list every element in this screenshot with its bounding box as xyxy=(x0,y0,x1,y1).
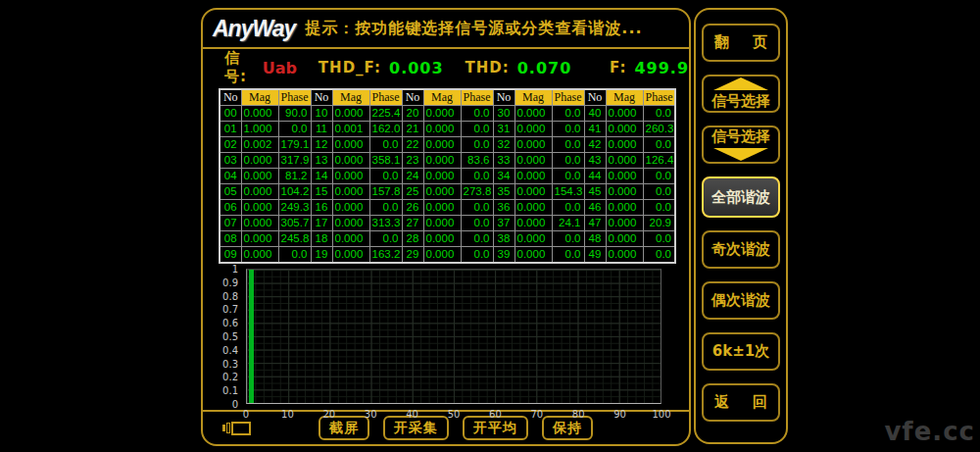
mag-value: 0.000 xyxy=(606,122,643,137)
battery-icon xyxy=(222,422,251,435)
column-header: No xyxy=(402,89,423,106)
mag-value: 0.000 xyxy=(514,137,552,153)
column-header: Mag xyxy=(514,89,552,106)
mag-value: 0.000 xyxy=(514,153,552,169)
signal-select-down-button[interactable]: 信号选择 xyxy=(702,126,780,164)
mag-value: 0.000 xyxy=(606,216,643,231)
mag-value: 0.000 xyxy=(332,169,369,184)
phase-value: 179.1 xyxy=(278,137,311,153)
harmonic-no: 29 xyxy=(402,247,423,264)
x-tick-label: 50 xyxy=(448,409,461,420)
phase-value: 0.0 xyxy=(461,122,493,137)
harmonic-bar xyxy=(249,270,254,403)
y-tick-label: 1 xyxy=(232,264,238,275)
mag-value: 0.000 xyxy=(423,184,461,200)
harmonics-chart: 10.90.80.70.60.50.40.30.20.10 0102030405… xyxy=(203,264,689,410)
signal-value: Uab xyxy=(263,59,297,77)
harmonic-no: 14 xyxy=(311,169,332,184)
harmonic-no: 03 xyxy=(220,153,241,169)
harmonic-no: 44 xyxy=(584,169,606,184)
sidebar-button-label: 信号选择 xyxy=(711,128,770,145)
phase-value: 0.0 xyxy=(643,184,675,200)
thdf-value: 0.003 xyxy=(389,59,444,77)
mag-value: 0.000 xyxy=(332,216,369,231)
page-turn-button[interactable]: 翻页 xyxy=(702,24,780,62)
harmonic-no: 24 xyxy=(402,169,423,184)
phase-value: 20.9 xyxy=(643,216,675,231)
harmonic-no: 31 xyxy=(493,122,514,137)
sidebar-button-label: 偶次谐波 xyxy=(711,292,770,309)
sidebar-button-label: 6k±1次 xyxy=(712,343,769,360)
phase-value: 0.0 xyxy=(643,169,675,184)
harmonic-no: 22 xyxy=(402,137,423,153)
mag-value: 0.000 xyxy=(423,200,461,216)
phase-value: 0.0 xyxy=(461,106,493,122)
signal-select-up-button[interactable]: 信号选择 xyxy=(702,75,780,113)
phase-value: 90.0 xyxy=(278,106,311,122)
harmonic-no: 36 xyxy=(493,200,514,216)
6k-plus-minus-1-button[interactable]: 6k±1次 xyxy=(702,332,780,371)
mag-value: 0.000 xyxy=(332,137,369,153)
mag-value: 0.000 xyxy=(423,231,461,247)
even-harmonics-button[interactable]: 偶次谐波 xyxy=(702,281,780,320)
mag-value: 0.000 xyxy=(606,169,643,184)
mag-value: 0.000 xyxy=(241,169,278,184)
phase-value: 249.3 xyxy=(278,200,311,216)
y-tick-label: 0.1 xyxy=(222,385,238,396)
column-header: No xyxy=(584,89,606,106)
phase-value: 0.0 xyxy=(461,200,493,216)
harmonic-no: 30 xyxy=(493,106,514,122)
harmonic-no: 42 xyxy=(584,137,606,153)
mag-value: 0.000 xyxy=(606,106,643,122)
harmonic-no: 06 xyxy=(220,200,241,216)
harmonic-no: 07 xyxy=(220,216,241,231)
odd-harmonics-button[interactable]: 奇次谐波 xyxy=(702,230,780,269)
harmonic-no: 11 xyxy=(311,122,332,137)
x-tick-label: 20 xyxy=(322,409,335,420)
harmonic-no: 25 xyxy=(402,184,423,200)
phase-value: 0.0 xyxy=(278,247,311,264)
x-tick-label: 100 xyxy=(652,409,670,420)
mag-value: 0.000 xyxy=(514,216,552,231)
all-harmonics-button[interactable]: 全部谐波 xyxy=(702,176,780,218)
phase-value: 245.8 xyxy=(278,231,311,247)
mag-value: 0.000 xyxy=(514,106,552,122)
y-tick-label: 0.6 xyxy=(222,318,238,328)
phase-value: 163.2 xyxy=(369,247,402,264)
harmonic-no: 39 xyxy=(493,247,514,264)
harmonic-no: 40 xyxy=(584,106,606,122)
column-header: Mag xyxy=(241,89,278,106)
phase-value: 0.0 xyxy=(552,200,584,216)
harmonic-no: 05 xyxy=(220,184,241,200)
mag-value: 0.000 xyxy=(241,184,278,200)
column-header: Phase xyxy=(369,89,402,106)
harmonic-no: 12 xyxy=(311,137,332,153)
y-tick-label: 0 xyxy=(232,399,238,410)
mag-value: 0.000 xyxy=(514,122,552,137)
signal-label: 信号: xyxy=(224,49,257,86)
harmonics-table-wrap: NoMagPhaseNoMagPhaseNoMagPhaseNoMagPhase… xyxy=(219,88,675,264)
mag-value: 0.000 xyxy=(606,137,643,153)
y-tick-label: 0.2 xyxy=(222,372,238,382)
mag-value: 0.000 xyxy=(332,200,369,216)
freq-value: 499.9 xyxy=(634,59,689,77)
phase-value: 0.0 xyxy=(552,231,584,247)
return-button[interactable]: 返回 xyxy=(702,383,780,422)
mag-value: 0.000 xyxy=(606,153,643,169)
harmonic-no: 17 xyxy=(311,216,332,231)
phase-value: 313.3 xyxy=(369,216,402,231)
phase-value: 0.0 xyxy=(461,247,493,264)
harmonic-no: 37 xyxy=(493,216,514,231)
harmonic-no: 10 xyxy=(311,106,332,122)
phase-value: 0.0 xyxy=(643,231,675,247)
mag-value: 0.000 xyxy=(514,184,552,200)
harmonic-no: 16 xyxy=(311,200,332,216)
harmonic-no: 00 xyxy=(220,106,241,122)
mag-value: 0.000 xyxy=(332,184,369,200)
mag-value: 0.000 xyxy=(332,153,369,169)
column-header: Phase xyxy=(643,89,675,106)
phase-value: 0.0 xyxy=(643,247,675,264)
harmonic-no: 46 xyxy=(584,200,606,216)
phase-value: 260.3 xyxy=(643,122,675,137)
mag-value: 0.000 xyxy=(514,200,552,216)
